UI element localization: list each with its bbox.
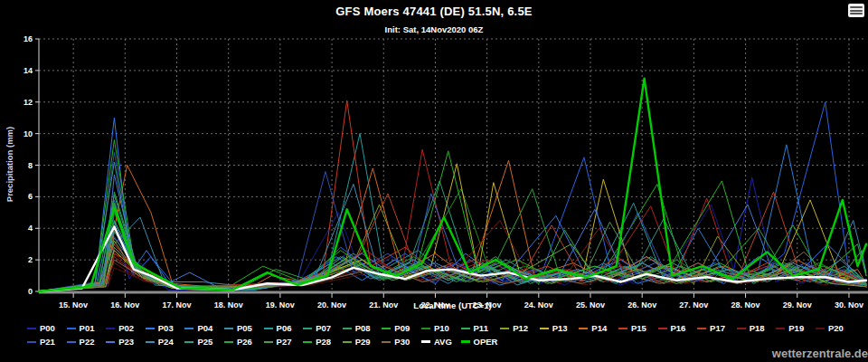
legend-label: P15	[631, 323, 646, 333]
legend-item-P24: P24	[146, 337, 185, 347]
legend-item-P01: P01	[67, 323, 107, 333]
legend-item-OPER: OPER	[461, 337, 501, 347]
x-axis-title: Local time (UTC+1)	[39, 300, 866, 310]
legend-label: P12	[513, 323, 528, 333]
series-lines	[39, 79, 866, 291]
legend-item-P30: P30	[382, 337, 421, 347]
legend-swatch-P14	[579, 328, 588, 329]
legend-swatch-P15	[618, 328, 627, 329]
svg-text:4: 4	[28, 224, 33, 233]
legend-swatch-P29	[343, 341, 352, 343]
legend-swatch-P27	[264, 341, 273, 343]
legend-item-P13: P13	[540, 323, 580, 333]
legend-label: P10	[434, 323, 449, 333]
legend-label: P27	[277, 337, 292, 347]
legend-swatch-P11	[461, 328, 470, 329]
legend-item-P10: P10	[421, 323, 461, 333]
legend-swatch-P17	[697, 328, 706, 329]
legend-label: P24	[158, 337, 174, 347]
legend-label: P16	[671, 323, 686, 333]
legend-swatch-AVG	[421, 340, 430, 343]
legend-label: P05	[237, 323, 252, 333]
legend-label: P28	[316, 337, 331, 347]
legend-swatch-P13	[540, 328, 549, 329]
legend-swatch-P30	[382, 341, 391, 343]
legend-label: P23	[118, 337, 134, 347]
svg-text:14: 14	[24, 66, 33, 75]
legend-label: P04	[197, 323, 212, 333]
legend-label: P30	[394, 337, 410, 347]
legend-item-P08: P08	[343, 323, 382, 333]
legend-item-P23: P23	[106, 337, 146, 347]
legend-item-P11: P11	[461, 323, 501, 333]
legend-swatch-P09	[382, 328, 391, 329]
legend-item-P26: P26	[224, 337, 264, 347]
legend-item-P09: P09	[382, 323, 421, 333]
legend-item-AVG: AVG	[421, 337, 461, 347]
legend-swatch-P16	[658, 328, 667, 329]
legend-label: P11	[474, 323, 488, 333]
legend-swatch-P01	[67, 328, 76, 329]
legend-swatch-P08	[343, 328, 352, 329]
legend-swatch-P20	[816, 328, 825, 329]
legend-swatch-P02	[106, 328, 115, 329]
legend-swatch-P22	[67, 341, 76, 343]
legend-swatch-P05	[224, 328, 233, 329]
legend-item-P22: P22	[67, 337, 107, 347]
legend-swatch-P28	[303, 341, 312, 343]
legend-label: P26	[237, 337, 252, 347]
legend-swatch-P07	[303, 328, 312, 329]
precipitation-ensemble-chart: 024681012141615. Nov16. Nov17. Nov18. No…	[0, 0, 868, 319]
legend-item-P00: P00	[27, 323, 67, 333]
svg-text:2: 2	[28, 255, 33, 264]
legend-swatch-OPER	[461, 340, 470, 343]
legend-swatch-P18	[737, 328, 746, 329]
legend-swatch-P21	[27, 341, 36, 343]
legend-label: P01	[80, 323, 95, 333]
legend-swatch-P03	[146, 328, 155, 329]
svg-text:8: 8	[28, 161, 33, 170]
legend-item-P12: P12	[500, 323, 540, 333]
legend-label: P03	[158, 323, 174, 333]
legend-item-P02: P02	[106, 323, 146, 333]
legend-label: P20	[828, 323, 844, 333]
legend-row-1: P00P01P02P03P04P05P06P07P08P09P10P11P12P…	[27, 323, 868, 333]
legend-label: P19	[788, 323, 804, 333]
legend-label: P29	[355, 337, 371, 347]
legend-label: P14	[591, 323, 607, 333]
legend-label: AVG	[434, 337, 452, 347]
svg-text:10: 10	[24, 129, 33, 138]
legend-swatch-P26	[224, 341, 233, 343]
legend-item-P27: P27	[264, 337, 304, 347]
legend-item-P07: P07	[303, 323, 343, 333]
legend-row-2: P21P22P23P24P25P26P27P28P29P30AVGOPER	[27, 337, 868, 347]
legend-label: P22	[80, 337, 95, 347]
legend-item-P19: P19	[776, 323, 816, 333]
legend-label: P00	[40, 323, 55, 333]
svg-text:0: 0	[28, 287, 33, 296]
legend-item-P15: P15	[618, 323, 658, 333]
legend-label: P06	[277, 323, 292, 333]
legend-swatch-P24	[146, 341, 155, 343]
legend-item-P21: P21	[27, 337, 67, 347]
legend-swatch-P10	[421, 328, 430, 329]
legend-item-P28: P28	[303, 337, 343, 347]
legend-item-P20: P20	[816, 323, 855, 333]
legend-label: P02	[118, 323, 134, 333]
legend-item-P03: P03	[146, 323, 185, 333]
legend-item-P18: P18	[737, 323, 777, 333]
legend-label: P18	[750, 323, 765, 333]
legend-swatch-P12	[500, 328, 509, 329]
legend-label: P08	[355, 323, 371, 333]
watermark: wetterzentrale.de	[772, 347, 868, 360]
legend-label: P17	[710, 323, 725, 333]
svg-text:16: 16	[24, 34, 33, 43]
legend-label: P25	[197, 337, 212, 347]
series-OPER-line	[39, 79, 866, 291]
legend-label: P07	[316, 323, 331, 333]
legend-item-P05: P05	[224, 323, 264, 333]
legend-item-P29: P29	[343, 337, 382, 347]
legend-swatch-P04	[184, 328, 193, 329]
svg-text:6: 6	[28, 192, 33, 201]
legend-item-P04: P04	[184, 323, 224, 333]
